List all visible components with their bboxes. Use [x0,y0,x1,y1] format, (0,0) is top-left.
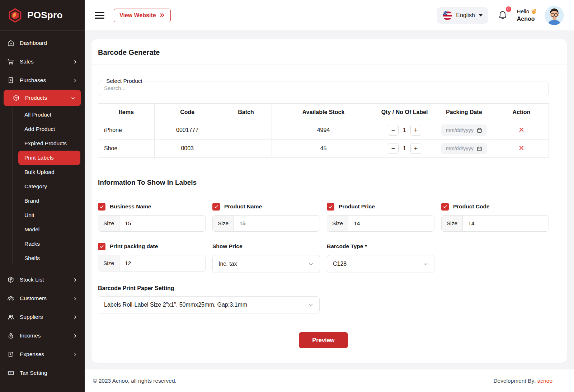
qty-stepper: − 1 + [388,143,421,154]
submenu-label: Racks [24,241,40,247]
chevron-right-icon [73,60,77,64]
sidebar-item-label: Products [25,95,47,101]
view-website-button[interactable]: View Website [114,9,171,22]
product-price-size-input[interactable] [348,216,434,231]
paper-setting-value: Labels Roll-Label Size 2"x1", 50mmx25mm,… [104,302,247,308]
size-prefix-label: Size [442,216,463,231]
sidebar-item-tax-setting[interactable]: ✦ Tax Setting [0,364,85,382]
field-print-packing-date: Print packing date Size [98,242,206,273]
field-product-price: Product Price Size [327,203,434,232]
chevron-down-icon [308,261,314,267]
chevron-right-icon [73,296,77,301]
chevron-right-icon [73,278,77,282]
username: Acnoo [517,15,537,23]
packing-date-size-input[interactable] [119,255,205,271]
select-product-legend: Select Product [103,78,145,84]
submenu-item-bulk-upload[interactable]: Bulk Upload [13,165,85,179]
product-search-input[interactable] [98,84,549,96]
submenu-item-brand[interactable]: Brand [13,194,85,208]
product-code-size-input[interactable] [463,216,549,231]
users-icon [7,295,14,302]
sidebar-item-sales[interactable]: Sales [0,52,85,71]
col-packing-date: Packing Date [434,104,494,121]
development-by: Development By: acnoo [493,378,552,384]
product-price-checkbox[interactable] [327,203,334,211]
qty-increase-button[interactable]: + [410,125,421,136]
pospro-logo-icon [7,8,23,23]
chevron-right-icon [73,78,77,83]
sidebar-item-expenses[interactable]: $ Expenses [0,345,85,364]
submenu-item-all-product[interactable]: All Product [13,108,85,122]
sidebar-item-label: Suppliers [20,314,43,320]
submenu-label: Category [24,183,47,190]
remove-row-button[interactable] [519,127,524,132]
user-avatar[interactable] [545,6,564,25]
date-placeholder: mm/dd/yyyy [446,127,474,133]
submenu-label: Add Product [24,126,55,132]
notifications-button[interactable]: 0 [496,7,509,24]
field-label: Print packing date [110,243,158,250]
field-label: Product Code [453,203,490,210]
acnoo-link[interactable]: acnoo [537,378,552,384]
product-code-checkbox[interactable] [441,203,449,211]
size-prefix-label: Size [327,216,348,231]
sidebar-item-suppliers[interactable]: Suppliers [0,308,85,326]
sidebar-item-incomes[interactable]: $ Incomes [0,326,85,345]
greeting-text: Hello [517,8,529,15]
product-name-size-input[interactable] [234,216,320,231]
barcode-generate-card: Barcode Generate Select Product Items Co… [91,39,567,363]
submenu-label: Brand [24,198,39,204]
show-price-select[interactable]: Inc. tax [212,255,320,273]
barcode-type-select[interactable]: C128 [327,255,434,273]
submenu-label: Model [24,226,39,233]
preview-button[interactable]: Preview [299,332,348,348]
chevron-down-icon [308,302,314,308]
home-icon [7,39,14,47]
svg-text:$: $ [10,353,11,355]
sidebar-item-purchases[interactable]: $ Purchases [0,71,85,90]
business-name-checkbox[interactable] [98,203,105,211]
brand: POSpro [0,0,85,31]
col-available-stock: Available Stock [272,104,375,121]
print-packing-date-checkbox[interactable] [98,243,105,250]
hamburger-menu-icon[interactable] [95,12,104,19]
cart-icon [7,58,14,65]
sidebar-item-dashboard[interactable]: Dashboard [0,34,85,52]
page-title: Barcode Generate [91,39,567,65]
us-flag-icon [443,11,452,20]
item-batch [220,121,272,140]
submenu-item-add-product[interactable]: Add Product [13,122,85,136]
date-placeholder: mm/dd/yyyy [446,146,474,151]
remove-row-button[interactable] [519,145,524,151]
paper-setting-select[interactable]: Labels Roll-Label Size 2"x1", 50mmx25mm,… [98,296,320,313]
show-price-value: Inc. tax [218,261,237,267]
qty-increase-button[interactable]: + [410,143,421,154]
field-barcode-type: Barcode Type * C128 [327,242,434,273]
qty-decrease-button[interactable]: − [388,125,399,136]
close-icon [519,127,524,132]
sidebar-item-stock-list[interactable]: Stock List [0,270,85,289]
packing-date-input[interactable]: mm/dd/yyyy [441,124,487,136]
submenu-label: Shelfs [24,255,40,261]
sidebar-item-products[interactable]: Products [4,90,81,106]
svg-text:$: $ [10,335,11,338]
qty-decrease-button[interactable]: − [388,143,399,154]
submenu-item-category[interactable]: Category [13,179,85,194]
product-name-checkbox[interactable] [212,203,220,211]
submenu-item-print-labels[interactable]: Print Labels [18,151,80,165]
sidebar-item-label: Purchases [20,77,46,84]
language-selector[interactable]: English [437,7,488,24]
submenu-item-model[interactable]: Model [13,222,85,237]
submenu-item-expired-products[interactable]: Expired Products [13,136,85,151]
sidebar-item-customers[interactable]: Customers [0,289,85,308]
col-items: Items [98,104,155,121]
svg-text:✦: ✦ [10,372,12,374]
col-qty: Qty / No Of Label [375,104,434,121]
submenu-label: Print Labels [24,155,54,161]
packing-date-input[interactable]: mm/dd/yyyy [441,143,487,154]
business-name-size-input[interactable] [119,216,205,231]
info-section-title: Information To Show In Labels [98,179,549,193]
submenu-item-unit[interactable]: Unit [13,208,85,222]
submenu-item-shelfs[interactable]: Shelfs [13,251,85,265]
submenu-item-racks[interactable]: Racks [13,237,85,251]
